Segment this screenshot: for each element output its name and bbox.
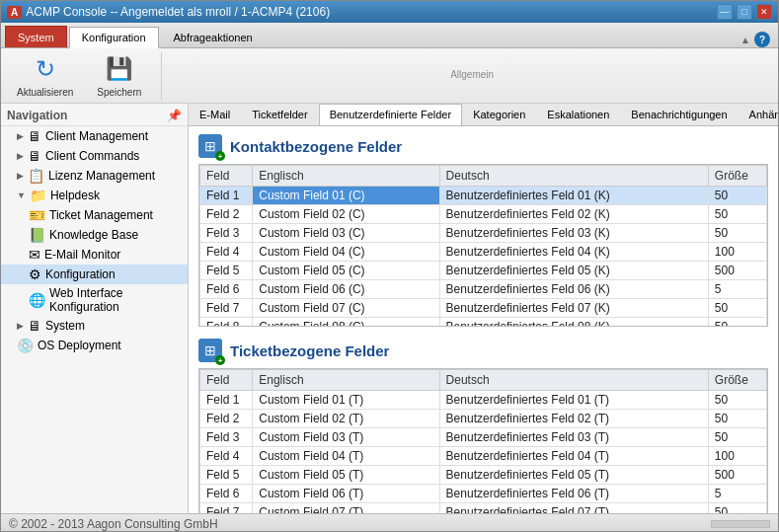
cell-feld: Feld 1: [200, 187, 253, 205]
table-row[interactable]: Feld 2 Custom Field 02 (T) Benutzerdefin…: [200, 410, 767, 428]
table-row[interactable]: Feld 6 Custom Field 06 (C) Benutzerdefin…: [200, 280, 767, 299]
cell-groesse: 500: [708, 262, 766, 280]
menu-bar: System Konfiguration Abfrageaktionen ▲ ?: [1, 23, 778, 48]
table-row[interactable]: Feld 5 Custom Field 05 (T) Benutzerdefin…: [200, 466, 767, 485]
table-row[interactable]: Feld 7 Custom Field 07 (C) Benutzerdefin…: [200, 299, 767, 318]
status-indicator: [711, 520, 770, 528]
sidebar-item-client-management[interactable]: ▶ 🖥 Client Management: [1, 126, 188, 146]
sidebar-item-knowledge-base[interactable]: 📗 Knowledge Base: [1, 225, 188, 245]
cell-englisch-t: Custom Field 03 (T): [253, 428, 439, 447]
close-button[interactable]: ✕: [756, 4, 772, 20]
cell-feld: Feld 3: [200, 224, 253, 243]
sidebar-item-os-deployment[interactable]: 💿 OS Deployment: [1, 336, 188, 355]
helpdesk-label: Helpdesk: [50, 189, 100, 202]
menu-tab-system[interactable]: System: [5, 26, 67, 47]
app-logo: A: [7, 6, 22, 19]
table-row[interactable]: Feld 3 Custom Field 03 (T) Benutzerdefin…: [200, 428, 767, 447]
cell-deutsch-t: Benutzerdefiniertes Feld 06 (T): [439, 485, 708, 503]
cell-englisch-t: Custom Field 04 (T): [253, 447, 439, 466]
table-row[interactable]: Feld 6 Custom Field 06 (T) Benutzerdefin…: [200, 485, 767, 503]
sidebar-item-system[interactable]: ▶ 🖥 System: [1, 316, 188, 336]
sidebar-item-ticket-management[interactable]: 🎫 Ticket Management: [1, 205, 188, 225]
menu-tab-abfrageaktionen[interactable]: Abfrageaktionen: [161, 26, 266, 47]
pin-icon[interactable]: 📌: [167, 109, 182, 122]
window-title: ACMP Console -- Angemeldet als mroll / 1…: [26, 5, 330, 19]
ticket-section-title: Ticketbezogene Felder: [230, 342, 389, 359]
maximize-button[interactable]: □: [737, 4, 752, 20]
plus-badge: +: [215, 151, 225, 161]
cell-englisch-t: Custom Field 02 (T): [253, 410, 439, 428]
table-row[interactable]: Feld 8 Custom Field 08 (C) Benutzerdefin…: [200, 318, 767, 328]
client-commands-label: Client Commands: [45, 149, 139, 163]
aktualisieren-label: Aktualisieren: [17, 87, 73, 98]
cell-groesse: 50: [708, 318, 766, 328]
cell-groesse-t: 100: [708, 447, 766, 466]
allgemein-label: Allgemein: [450, 69, 494, 80]
arrow-icon: ▶: [17, 131, 24, 141]
table-row[interactable]: Feld 1 Custom Field 01 (C) Benutzerdefin…: [200, 187, 767, 205]
knowledge-base-label: Knowledge Base: [49, 228, 138, 242]
sidebar-item-web-interface[interactable]: 🌐 Web Interface Konfiguration: [1, 284, 188, 316]
tab-eskalationen[interactable]: Eskalationen: [536, 104, 620, 125]
contact-section-title: Kontaktbezogene Felder: [230, 138, 402, 155]
section-content: ⊞ + Kontaktbezogene Felder Feld Englisch…: [189, 126, 778, 513]
nav-up-icon[interactable]: ▲: [740, 35, 750, 45]
table-row[interactable]: Feld 2 Custom Field 02 (C) Benutzerdefin…: [200, 205, 767, 224]
col-header-englisch-t: Englisch: [253, 370, 439, 391]
ticket-management-icon: 🎫: [29, 207, 45, 223]
cell-englisch: Custom Field 03 (C): [253, 224, 439, 243]
table-row[interactable]: Feld 5 Custom Field 05 (C) Benutzerdefin…: [200, 262, 767, 280]
system-label: System: [45, 319, 85, 333]
arrow-icon: ▶: [17, 321, 24, 331]
cell-groesse: 50: [708, 187, 766, 205]
cell-feld-t: Feld 2: [200, 410, 253, 428]
cell-deutsch: Benutzerdefiniertes Feld 08 (K): [439, 318, 708, 328]
help-icon[interactable]: ?: [754, 32, 770, 47]
cell-groesse-t: 50: [708, 410, 766, 428]
cell-feld: Feld 6: [200, 280, 253, 299]
sidebar-item-lizenz-management[interactable]: ▶ 📋 Lizenz Management: [1, 166, 188, 186]
arrow-icon: ▶: [17, 171, 24, 181]
system-icon: 🖥: [28, 318, 41, 334]
cell-feld-t: Feld 5: [200, 466, 253, 485]
cell-feld: Feld 2: [200, 205, 253, 224]
menu-tab-konfiguration[interactable]: Konfiguration: [69, 27, 159, 48]
table-row[interactable]: Feld 4 Custom Field 04 (T) Benutzerdefin…: [200, 447, 767, 466]
cell-deutsch-t: Benutzerdefiniertes Feld 02 (T): [439, 410, 708, 428]
window-controls[interactable]: — □ ✕: [717, 4, 772, 20]
tab-benachrichtigungen[interactable]: Benachrichtigungen: [620, 104, 738, 125]
cell-deutsch-t: Benutzerdefiniertes Feld 01 (T): [439, 391, 708, 410]
ticket-table-wrapper: Feld Englisch Deutsch Größe Feld 1 Custo…: [198, 368, 768, 513]
table-row[interactable]: Feld 4 Custom Field 04 (C) Benutzerdefin…: [200, 243, 767, 262]
table-row[interactable]: Feld 7 Custom Field 07 (T) Benutzerdefin…: [200, 503, 767, 514]
navigation-sidebar: Navigation 📌 ▶ 🖥 Client Management ▶ 🖥 C…: [1, 104, 189, 513]
cell-groesse-t: 5: [708, 485, 766, 503]
cell-deutsch-t: Benutzerdefiniertes Feld 07 (T): [439, 503, 708, 514]
sidebar-item-helpdesk[interactable]: ▼ 📁 Helpdesk: [1, 186, 188, 205]
col-header-groesse-t: Größe: [708, 370, 766, 391]
tab-anhaenge[interactable]: Anhänge: [739, 104, 778, 125]
sidebar-item-client-commands[interactable]: ▶ 🖥 Client Commands: [1, 146, 188, 166]
aktualisieren-button[interactable]: ↻ Aktualisieren: [9, 49, 81, 102]
lizenz-management-label: Lizenz Management: [48, 169, 155, 183]
cell-englisch: Custom Field 07 (C): [253, 299, 439, 318]
tab-ticketfelder[interactable]: Ticketfelder: [241, 104, 318, 125]
col-header-deutsch: Deutsch: [439, 166, 708, 187]
minimize-button[interactable]: —: [717, 4, 733, 20]
speichern-button[interactable]: 💾 Speichern: [89, 49, 149, 102]
cell-deutsch: Benutzerdefiniertes Feld 05 (K): [439, 262, 708, 280]
plus-badge-ticket: +: [215, 355, 225, 365]
tab-email[interactable]: E-Mail: [189, 104, 241, 125]
content-area: Navigation 📌 ▶ 🖥 Client Management ▶ 🖥 C…: [1, 104, 778, 513]
arrow-icon: ▶: [17, 151, 24, 161]
sidebar-item-konfiguration[interactable]: ⚙ Konfiguration: [1, 265, 188, 284]
table-row[interactable]: Feld 3 Custom Field 03 (C) Benutzerdefin…: [200, 224, 767, 243]
toolbar-separator: [161, 52, 162, 100]
tab-kategorien[interactable]: Kategorien: [462, 104, 536, 125]
tab-benutzerdefinierte-felder[interactable]: Benutzerdefinierte Felder: [319, 104, 463, 126]
lizenz-management-icon: 📋: [28, 168, 44, 184]
ticket-management-label: Ticket Management: [49, 208, 153, 222]
sidebar-item-email-monitor[interactable]: ✉ E-Mail Monitor: [1, 245, 188, 265]
cell-groesse: 100: [708, 243, 766, 262]
table-row[interactable]: Feld 1 Custom Field 01 (T) Benutzerdefin…: [200, 391, 767, 410]
